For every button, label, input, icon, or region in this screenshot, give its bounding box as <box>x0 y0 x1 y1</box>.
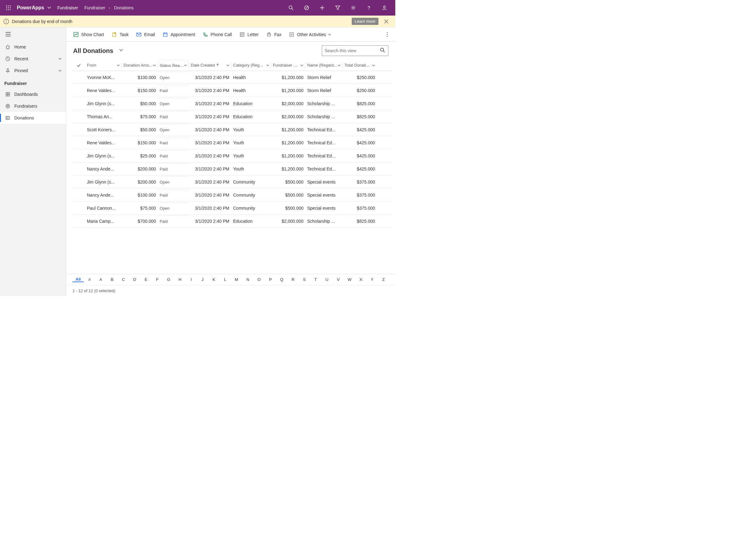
column-header-from[interactable]: From <box>85 60 122 71</box>
cell-date: 3/1/2020 2:40 PM <box>189 140 231 145</box>
overflow-icon[interactable] <box>382 32 392 37</box>
table-row[interactable]: Jim Glynn (s...$25.000Paid3/1/2020 2:40 … <box>73 149 392 162</box>
column-header-goal[interactable]: Fundraiser Go... <box>271 60 305 71</box>
clock-icon <box>4 56 11 61</box>
alpha-p[interactable]: P <box>265 277 276 282</box>
breadcrumb-item[interactable]: Donations <box>114 5 133 10</box>
column-header-cat[interactable]: Category (Reg... <box>231 60 271 71</box>
cmd-email[interactable]: Email <box>132 27 159 42</box>
alpha-b[interactable]: B <box>106 277 118 282</box>
alpha-m[interactable]: M <box>231 277 242 282</box>
table-row[interactable]: Paul Cannon...$75.000Open3/1/2020 2:40 P… <box>73 202 392 215</box>
letter-icon <box>239 32 245 37</box>
notification-bar: Donations due by end of month Learn more <box>0 16 395 27</box>
column-header-total[interactable]: Total Donation... <box>343 60 377 71</box>
cmd-task[interactable]: Task <box>108 27 132 42</box>
column-header-name[interactable]: Name (Regard... <box>305 60 343 71</box>
column-header-status[interactable]: Status Reason <box>158 60 189 71</box>
alpha-n[interactable]: N <box>242 277 253 282</box>
cmd-phone-call[interactable]: Phone Call <box>199 27 236 42</box>
search-icon[interactable] <box>283 0 299 16</box>
cmd-other-activities[interactable]: Other Activities <box>285 27 335 42</box>
view-header: All Donations <box>66 42 395 60</box>
filter-icon[interactable] <box>330 0 345 16</box>
cell-total: $425.000 <box>343 153 377 158</box>
search-box[interactable] <box>322 46 388 56</box>
table-row[interactable]: Scott Koners...$50.000Open3/1/2020 2:40 … <box>73 123 392 136</box>
alpha-k[interactable]: K <box>208 277 220 282</box>
search-input[interactable] <box>325 48 380 53</box>
table-row[interactable]: Jim Glynn (s...$50.000Open3/1/2020 2:40 … <box>73 97 392 110</box>
nav-item-pinned[interactable]: Pinned <box>0 65 66 77</box>
alpha-l[interactable]: L <box>220 277 231 282</box>
alpha-i[interactable]: I <box>185 277 197 282</box>
table-row[interactable]: Yvonne McK...$100.000Open3/1/2020 2:40 P… <box>73 71 392 84</box>
app-launcher-icon[interactable] <box>3 2 14 13</box>
column-header-date[interactable]: Date Created <box>189 60 231 71</box>
column-label: Total Donation... <box>344 63 372 68</box>
user-icon[interactable] <box>377 0 392 16</box>
alpha-q[interactable]: Q <box>276 277 287 282</box>
cmd-label: Appointment <box>171 32 195 37</box>
alpha-x[interactable]: X <box>355 277 366 282</box>
svg-point-9 <box>289 6 292 9</box>
alpha-all[interactable]: All <box>73 277 84 282</box>
alpha-o[interactable]: O <box>253 277 264 282</box>
nav-item-donations[interactable]: Donations <box>0 112 66 124</box>
alpha-u[interactable]: U <box>321 277 332 282</box>
nav-item-fundraisers[interactable]: Fundraisers <box>0 100 66 112</box>
learn-more-button[interactable]: Learn more <box>352 18 379 25</box>
table-row[interactable]: Rene Valdes...$150.000Paid3/1/2020 2:40 … <box>73 84 392 97</box>
alpha-f[interactable]: F <box>152 277 163 282</box>
cmd-fax[interactable]: Fax <box>262 27 285 42</box>
table-row[interactable]: Rene Valdes...$150.000Paid3/1/2020 2:40 … <box>73 136 392 149</box>
select-all-checkbox[interactable] <box>73 63 85 68</box>
app-switcher-chevron-icon[interactable] <box>47 6 51 10</box>
cell-amount: $150.000 <box>122 140 158 145</box>
cmd-appointment[interactable]: Appointment <box>159 27 199 42</box>
alpha-g[interactable]: G <box>163 277 174 282</box>
nav-item-recent[interactable]: Recent <box>0 53 66 65</box>
add-icon[interactable] <box>314 0 330 16</box>
cmd-label: Letter <box>248 32 259 37</box>
alpha-v[interactable]: V <box>333 277 344 282</box>
alpha-h[interactable]: H <box>174 277 185 282</box>
alpha-y[interactable]: Y <box>367 277 378 282</box>
alpha-j[interactable]: J <box>197 277 208 282</box>
table-row[interactable]: Nancy Ande...$200.000Paid3/1/2020 2:40 P… <box>73 162 392 176</box>
nav-item-dashboards[interactable]: Dashboards <box>0 88 66 100</box>
svg-rect-29 <box>8 95 10 96</box>
cmd-show-chart[interactable]: Show Chart <box>70 27 108 42</box>
chevron-down-icon <box>153 64 156 67</box>
task-flow-icon[interactable] <box>299 0 314 16</box>
table-row[interactable]: Maria Camp...$700.000Paid3/1/2020 2:40 P… <box>73 215 392 228</box>
app-title[interactable]: PowerApps <box>17 5 44 10</box>
alpha-#[interactable]: # <box>84 277 95 282</box>
close-icon[interactable] <box>380 16 392 27</box>
column-header-amount[interactable]: Donation Amo... <box>122 60 158 71</box>
svg-point-53 <box>387 36 388 37</box>
alpha-r[interactable]: R <box>287 277 299 282</box>
alpha-s[interactable]: S <box>299 277 310 282</box>
sitemap-name[interactable]: Fundraiser <box>57 5 78 10</box>
table-row[interactable]: Nancy Ande...$100.000Paid3/1/2020 2:40 P… <box>73 189 392 202</box>
alpha-t[interactable]: T <box>310 277 321 282</box>
hamburger-icon[interactable] <box>0 27 66 41</box>
alpha-w[interactable]: W <box>344 277 355 282</box>
alpha-d[interactable]: D <box>129 277 140 282</box>
table-row[interactable]: Thomas An...$75.000Paid3/1/2020 2:40 PME… <box>73 110 392 123</box>
cmd-letter[interactable]: Letter <box>236 27 262 42</box>
view-selector-chevron-icon[interactable] <box>119 48 123 54</box>
help-icon[interactable] <box>361 0 377 16</box>
alpha-c[interactable]: C <box>118 277 129 282</box>
nav-item-home[interactable]: Home <box>0 41 66 53</box>
settings-icon[interactable] <box>345 0 361 16</box>
table-row[interactable]: Jim Glynn (s...$200.000Open3/1/2020 2:40… <box>73 176 392 189</box>
cell-name: Special events <box>305 206 343 211</box>
breadcrumb-item[interactable]: Fundraiser <box>84 5 105 10</box>
alpha-a[interactable]: A <box>95 277 106 282</box>
alpha-e[interactable]: E <box>140 277 152 282</box>
search-icon[interactable] <box>380 48 386 54</box>
alpha-z[interactable]: Z <box>378 277 389 282</box>
cell-status: Open <box>158 124 189 135</box>
